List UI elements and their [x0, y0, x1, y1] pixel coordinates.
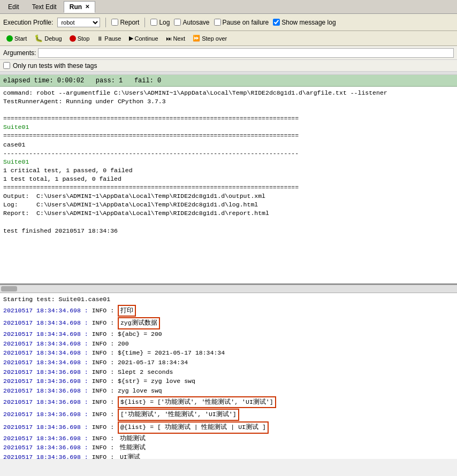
output-area[interactable]: command: robot --argumentfile C:\Users\A… [0, 87, 457, 285]
continue-icon: ▶ [129, 35, 133, 42]
log-timestamp: 20210517 18:34:36.698 : [3, 454, 92, 459]
output-line: ========================================… [3, 114, 454, 123]
log-message: 2021-05-17 18:34:34 [118, 359, 188, 366]
debug-button[interactable]: 🐛 Debug [31, 33, 65, 43]
log-level: INFO : [92, 359, 118, 366]
log-line: 20210517 18:34:36.698 : INFO : 性能测试 [3, 443, 454, 452]
log-area[interactable]: Starting test: Suite01.case0120210517 18… [0, 293, 457, 459]
horizontal-scrollbar[interactable] [0, 285, 457, 293]
log-line: 20210517 18:34:36.698 : INFO : zyg love … [3, 387, 454, 396]
tab-bar: Edit Text Edit Run ✕ [0, 0, 457, 14]
output-line: Report: C:\Users\ADMINI~1\AppData\Local\… [3, 209, 454, 218]
log-line: Starting test: Suite01.case01 [3, 295, 454, 304]
output-line: TestRunnerAgent: Running under CPython 3… [3, 97, 454, 106]
pass-count: pass: 1 [96, 77, 123, 85]
tags-checkbox[interactable] [3, 62, 10, 69]
output-line: command: robot --argumentfile C:\Users\A… [3, 89, 454, 97]
log-message: ${time} = 2021-05-17 18:34:34 [118, 349, 225, 356]
log-line: 20210517 18:34:36.698 : INFO : UI测试 [3, 453, 454, 459]
next-button[interactable]: ⏭ Next [163, 34, 189, 43]
report-checkbox[interactable] [111, 19, 118, 26]
separator-1 [105, 18, 106, 27]
autosave-checkbox[interactable] [174, 19, 181, 26]
stop-button[interactable]: Stop [66, 34, 93, 43]
tab-close-icon[interactable]: ✕ [85, 4, 89, 10]
log-level: INFO : [92, 368, 118, 375]
output-line: 1 test total, 1 passed, 0 failed [3, 175, 454, 183]
log-level: INFO : [92, 424, 118, 431]
log-timestamp: 20210517 18:34:36.698 : [3, 368, 92, 375]
log-line: 20210517 18:34:36.698 : INFO : @{list} =… [3, 421, 454, 434]
log-line: 20210517 18:34:36.698 : INFO : ${str} = … [3, 377, 454, 386]
output-line: 1 critical test, 1 passed, 0 failed [3, 166, 454, 175]
arguments-row: Arguments: [0, 46, 457, 60]
log-timestamp: 20210517 18:34:36.698 : [3, 387, 92, 394]
log-message: 性能测试 [118, 444, 146, 451]
log-message: zyg love swq [118, 387, 162, 394]
log-checkbox-label[interactable]: Log [150, 19, 170, 26]
log-timestamp: 20210517 18:34:34.698 : [3, 359, 92, 366]
main-toolbar: Execution Profile: robot Report Log Auto… [0, 14, 457, 31]
log-level: INFO : [92, 398, 118, 405]
log-timestamp: 20210517 18:34:34.698 : [3, 349, 92, 356]
continue-button[interactable]: ▶ Continue [126, 34, 162, 43]
report-checkbox-label[interactable]: Report [111, 19, 139, 26]
elapsed-time: elapsed time: 0:00:02 [3, 77, 84, 85]
arguments-input[interactable] [38, 48, 454, 58]
log-line: 20210517 18:34:36.698 : INFO : 功能测试 [3, 434, 454, 443]
pause-icon: ⏸ [97, 35, 103, 42]
tab-run[interactable]: Run ✕ [64, 1, 95, 13]
start-button[interactable]: Start [3, 34, 30, 43]
step-over-button[interactable]: ⏩ Step over [189, 34, 230, 43]
log-level: INFO : [92, 319, 118, 326]
pause-on-failure-checkbox-label[interactable]: Pause on failure [214, 19, 269, 26]
log-line: 20210517 18:34:34.698 : INFO : 2021-05-1… [3, 358, 454, 367]
log-timestamp: 20210517 18:34:36.698 : [3, 378, 92, 385]
log-level: INFO : [92, 454, 118, 459]
log-message: ['功能测试', '性能测试', 'UI测试'] [118, 409, 239, 421]
output-line: Suite01 [3, 123, 454, 132]
pause-on-failure-checkbox[interactable] [214, 19, 221, 26]
log-message: UI测试 [118, 454, 140, 459]
log-level: INFO : [92, 340, 118, 347]
scrollbar-thumb[interactable] [1, 286, 17, 291]
log-message: 打印 [118, 305, 136, 317]
output-line: Output: C:\Users\ADMINI~1\AppData\Local\… [3, 192, 454, 201]
log-timestamp: 20210517 18:34:34.698 : [3, 340, 92, 347]
tab-textedit[interactable]: Text Edit [26, 1, 63, 13]
log-message: ${list} = ['功能测试', '性能测试', 'UI测试'] [118, 396, 276, 409]
log-line: 20210517 18:34:34.698 : INFO : ${time} =… [3, 349, 454, 358]
log-level: INFO : [92, 349, 118, 356]
log-level: INFO : [92, 307, 118, 314]
output-line: Log: C:\Users\ADMINI~1\AppData\Local\Tem… [3, 201, 454, 209]
log-level: INFO : [92, 378, 118, 385]
run-toolbar: Start 🐛 Debug Stop ⏸ Pause ▶ Continue ⏭ … [0, 31, 457, 46]
tab-edit[interactable]: Edit [2, 1, 25, 13]
log-checkbox[interactable] [150, 19, 157, 26]
output-line [3, 218, 454, 226]
pause-button[interactable]: ⏸ Pause [94, 34, 124, 43]
log-timestamp: 20210517 18:34:36.698 : [3, 435, 92, 442]
separator-2 [144, 18, 145, 27]
tags-row: Only run tests with these tags [0, 60, 457, 72]
log-message: @{list} = [ 功能测试 | 性能测试 | UI测试 ] [118, 421, 269, 434]
show-message-log-checkbox-label[interactable]: Show message log [273, 19, 336, 26]
exec-profile-label: Execution Profile: [3, 19, 53, 26]
log-timestamp: 20210517 18:34:36.698 : [3, 398, 92, 405]
log-line: 20210517 18:34:36.698 : INFO : ${list} =… [3, 396, 454, 409]
autosave-checkbox-label[interactable]: Autosave [174, 19, 209, 26]
output-line: ========================================… [3, 183, 454, 192]
show-message-log-checkbox[interactable] [273, 19, 280, 26]
fail-count: fail: 0 [134, 77, 161, 85]
output-line [3, 106, 454, 114]
log-level: INFO : [92, 387, 118, 394]
log-level: INFO : [92, 435, 118, 442]
log-line: 20210517 18:34:36.698 : INFO : Slept 2 s… [3, 368, 454, 377]
log-line: 20210517 18:34:34.698 : INFO : 200 [3, 340, 454, 349]
output-line: test finished 20210517 18:34:36 [3, 227, 454, 235]
log-timestamp: 20210517 18:34:36.698 : [3, 424, 92, 431]
output-line: case01 [3, 141, 454, 149]
exec-profile-select[interactable]: robot [57, 18, 100, 27]
log-message: 功能测试 [118, 435, 146, 442]
log-timestamp: 20210517 18:34:36.698 : [3, 411, 92, 418]
